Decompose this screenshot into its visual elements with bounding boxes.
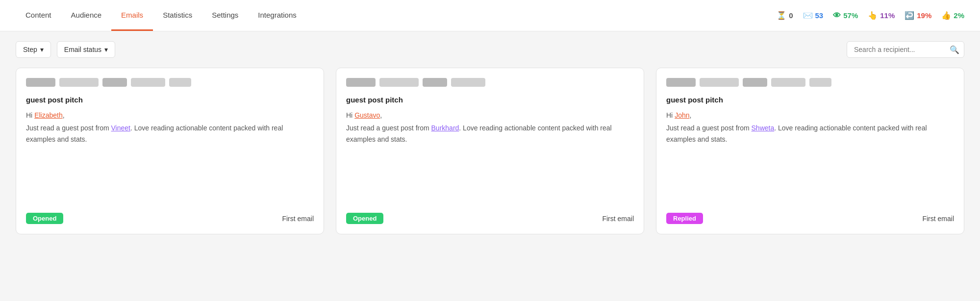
card-3-body: Hi John, Just read a guest post from Shw…: [666, 110, 954, 204]
card-1-status-badge: Opened: [26, 213, 63, 224]
stat-sent-value: 53: [815, 11, 824, 20]
placeholder-block: [809, 78, 831, 87]
toolbar: Step ▾ Email status ▾ 🔍: [0, 31, 980, 68]
card-2-footer: Opened First email: [346, 213, 634, 224]
card-1-greeting: Hi: [26, 111, 34, 119]
opened-icon: 👁: [833, 11, 841, 20]
card-2-recipient[interactable]: Gustavo: [354, 111, 380, 119]
step-dropdown[interactable]: Step ▾: [16, 41, 51, 58]
stat-bounced-value: 19%: [917, 11, 931, 20]
email-card-1: guest post pitch Hi Elizabeth, Just read…: [16, 68, 324, 234]
stat-opened-value: 57%: [843, 11, 858, 20]
tab-integrations[interactable]: Integrations: [248, 0, 306, 31]
tab-statistics[interactable]: Statistics: [153, 0, 202, 31]
stat-sent: ✉️ 53: [803, 11, 824, 20]
tab-content[interactable]: Content: [16, 0, 61, 31]
card-2-step: First email: [602, 215, 634, 223]
stat-replied: 👍 2%: [941, 11, 964, 20]
email-status-chevron-icon: ▾: [104, 46, 108, 53]
bounce-icon: ↩️: [905, 11, 914, 20]
stat-bounced: ↩️ 19%: [905, 11, 931, 20]
card-3-subject: guest post pitch: [666, 96, 954, 104]
tab-audience[interactable]: Audience: [61, 0, 112, 31]
placeholder-block: [59, 78, 99, 87]
placeholder-block: [700, 78, 739, 87]
placeholder-block: [771, 78, 805, 87]
card-3-step: First email: [922, 215, 954, 223]
card-1-placeholder-header: [26, 78, 314, 87]
placeholder-block: [346, 78, 376, 87]
stat-pending-value: 0: [789, 11, 793, 20]
placeholder-block: [666, 78, 696, 87]
placeholder-block: [169, 78, 191, 87]
card-3-sender[interactable]: Shweta: [752, 124, 775, 132]
card-3-placeholder-header: [666, 78, 954, 87]
email-status-dropdown[interactable]: Email status ▾: [57, 41, 115, 58]
navbar: Content Audience Emails Statistics Setti…: [0, 0, 980, 31]
card-2-greeting: Hi: [346, 111, 354, 119]
card-1-greeting-line: Hi Elizabeth,: [26, 110, 314, 121]
card-1-step: First email: [282, 215, 314, 223]
step-label: Step: [23, 46, 37, 53]
placeholder-block: [379, 78, 419, 87]
stat-replied-value: 2%: [954, 11, 964, 20]
stat-opened: 👁 57%: [833, 11, 858, 20]
search-input[interactable]: [847, 41, 964, 58]
card-2-body-text: Just read a guest post from Burkhard. Lo…: [346, 123, 634, 145]
stat-pending: ⏳ 0: [777, 11, 793, 20]
card-1-body: Hi Elizabeth, Just read a guest post fro…: [26, 110, 314, 204]
card-1-sender[interactable]: Vineet: [111, 124, 130, 132]
placeholder-block: [423, 78, 447, 87]
card-1-recipient[interactable]: Elizabeth: [34, 111, 63, 119]
search-container: 🔍: [847, 41, 964, 58]
click-icon: 👆: [868, 11, 878, 20]
card-2-greeting-line: Hi Gustavo,: [346, 110, 634, 121]
tab-settings[interactable]: Settings: [202, 0, 248, 31]
placeholder-block: [26, 78, 55, 87]
email-status-label: Email status: [64, 46, 101, 53]
hourglass-icon: ⏳: [777, 11, 786, 20]
card-3-recipient[interactable]: John: [675, 111, 689, 119]
card-1-body-text: Just read a guest post from Vineet. Love…: [26, 123, 314, 145]
stat-clicked-value: 11%: [880, 11, 895, 20]
card-3-footer: Replied First email: [666, 213, 954, 224]
search-icon[interactable]: 🔍: [950, 45, 959, 54]
card-2-placeholder-header: [346, 78, 634, 87]
card-2-sender[interactable]: Burkhard: [431, 124, 459, 132]
card-1-footer: Opened First email: [26, 213, 314, 224]
card-3-body-text: Just read a guest post from Shweta. Love…: [666, 123, 954, 145]
placeholder-block: [743, 78, 767, 87]
nav-stats: ⏳ 0 ✉️ 53 👁 57% 👆 11% ↩️ 19% 👍 2%: [777, 11, 964, 20]
tab-emails[interactable]: Emails: [111, 0, 153, 31]
card-3-greeting: Hi: [666, 111, 675, 119]
placeholder-block: [131, 78, 165, 87]
placeholder-block: [102, 78, 127, 87]
card-1-subject: guest post pitch: [26, 96, 314, 104]
cards-area: guest post pitch Hi Elizabeth, Just read…: [0, 68, 980, 250]
email-icon: ✉️: [803, 11, 813, 20]
nav-tabs: Content Audience Emails Statistics Setti…: [16, 0, 306, 31]
reply-icon: 👍: [941, 11, 951, 20]
card-2-status-badge: Opened: [346, 213, 383, 224]
email-card-2: guest post pitch Hi Gustavo, Just read a…: [336, 68, 644, 234]
card-2-body: Hi Gustavo, Just read a guest post from …: [346, 110, 634, 204]
card-2-subject: guest post pitch: [346, 96, 634, 104]
card-3-greeting-line: Hi John,: [666, 110, 954, 121]
step-chevron-icon: ▾: [40, 46, 44, 53]
placeholder-block: [451, 78, 485, 87]
card-3-status-badge: Replied: [666, 213, 703, 224]
email-card-3: guest post pitch Hi John, Just read a gu…: [656, 68, 964, 234]
stat-clicked: 👆 11%: [868, 11, 895, 20]
